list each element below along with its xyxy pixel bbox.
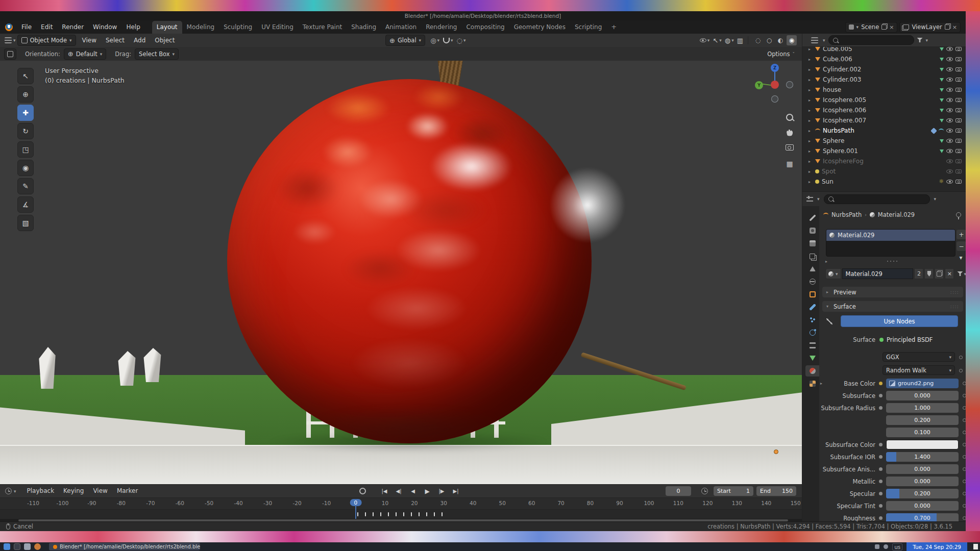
disable-in-render-icon[interactable] — [955, 180, 962, 184]
viewlayer-selector[interactable]: ViewLayer × — [899, 22, 961, 33]
taskbar-app-text-editor-icon[interactable] — [24, 543, 31, 550]
properties-tab-texture[interactable] — [805, 378, 819, 389]
properties-options-chevron-icon[interactable]: ▾ — [934, 196, 937, 202]
keyframe-tick[interactable] — [388, 512, 389, 516]
tool-scale-button[interactable]: ◳ — [17, 141, 34, 158]
keyframe-tick[interactable] — [426, 512, 427, 516]
surface-panel-header[interactable]: ▾ Surface :::: — [822, 301, 963, 312]
hide-in-viewport-icon[interactable] — [946, 149, 953, 153]
auto-keying-toggle[interactable] — [359, 488, 366, 494]
outliner-row-nurbspath[interactable]: ▸NurbsPath — [802, 126, 966, 136]
disable-in-render-icon[interactable] — [955, 118, 962, 122]
properties-tab-particles[interactable] — [805, 314, 819, 325]
disable-in-render-icon[interactable] — [955, 78, 962, 82]
outliner-row-icosphere-007[interactable]: ▸Icosphere.007 — [802, 115, 966, 126]
keyframe-tick[interactable] — [357, 512, 358, 516]
tool-transform-button[interactable]: ◉ — [17, 160, 34, 176]
timeline-menu-playback[interactable]: Playback — [22, 485, 59, 497]
outliner-row-cube-006[interactable]: ▸Cube.006 — [802, 54, 966, 64]
disclosure-triangle-icon[interactable]: ▸ — [808, 129, 813, 133]
distribution-dropdown[interactable]: GGX ▾ — [883, 352, 955, 362]
tool-select-box-button[interactable]: ↖ — [17, 68, 34, 84]
navigation-gizmo[interactable]: Z Y — [754, 64, 795, 105]
field-slider-value[interactable]: 0.100 — [886, 428, 959, 437]
timeline-menu-marker[interactable]: Marker — [112, 485, 142, 497]
snap-magnet-icon[interactable]: ▾ — [443, 38, 453, 43]
workspace-tab-texture-paint[interactable]: Texture Paint — [298, 21, 347, 34]
transform-orientation-dropdown[interactable]: ⊕ Global ▾ — [385, 35, 425, 46]
material-name-field[interactable]: Material.029 — [842, 268, 914, 279]
taskbar-app-files-icon[interactable] — [4, 543, 10, 550]
properties-tab-tool[interactable] — [805, 212, 819, 223]
3d-viewport[interactable]: User Perspective (0) creations | NurbsPa… — [0, 61, 802, 484]
panel-drag-dots[interactable]: :::: — [950, 289, 959, 295]
properties-editor-type-icon[interactable] — [806, 196, 813, 203]
workspace-tab-geometry-nodes[interactable]: Geometry Nodes — [509, 21, 570, 34]
decorator-dot[interactable] — [963, 516, 966, 520]
material-specials-button[interactable]: ▾ — [957, 271, 966, 277]
hide-in-viewport-icon[interactable] — [946, 108, 953, 112]
remove-viewlayer-icon[interactable]: × — [952, 24, 957, 31]
disable-in-render-icon[interactable] — [955, 159, 962, 163]
viewport-menu-select[interactable]: Select — [101, 34, 129, 47]
disable-in-render-icon[interactable] — [955, 149, 962, 153]
decorator-dot[interactable] — [963, 480, 966, 483]
field-slider-specular[interactable]: 0.200 — [886, 489, 959, 498]
menu-file[interactable]: File — [17, 21, 36, 34]
mode-dropdown[interactable]: Object Mode ▾ — [17, 35, 76, 46]
properties-tab-object[interactable] — [805, 289, 819, 300]
workspace-tab-compositing[interactable]: Compositing — [461, 21, 509, 34]
properties-search-input[interactable] — [824, 194, 930, 204]
pan-hand-icon[interactable] — [784, 127, 795, 138]
outliner-row-cylinder-002[interactable]: ▸Cylinder.002 — [802, 64, 966, 74]
scene-selector[interactable]: ▾ Scene × — [845, 22, 898, 33]
keyframe-tick[interactable] — [419, 512, 420, 516]
toggle-xray-icon[interactable]: ▥ — [737, 37, 743, 44]
disable-in-render-icon[interactable] — [955, 139, 962, 143]
taskbar-window-button[interactable]: Blender* [/home/amalie/Desktop/blender/r… — [49, 543, 200, 550]
disable-in-render-icon[interactable] — [955, 57, 962, 61]
users-count-button[interactable]: 2 — [914, 268, 923, 279]
keyframe-tick[interactable] — [434, 512, 435, 516]
disclosure-triangle-icon[interactable]: ▸ — [808, 169, 813, 174]
disclosure-triangle-icon[interactable]: ▸ — [808, 67, 813, 72]
decorator-dot[interactable] — [959, 369, 963, 372]
show-desktop-corner[interactable] — [973, 544, 978, 549]
decorator-dot[interactable] — [963, 492, 966, 495]
decorator-dot[interactable] — [963, 467, 966, 471]
disclosure-triangle-icon[interactable]: ▸ — [808, 118, 813, 123]
play-button[interactable]: ▶ — [421, 486, 434, 496]
outliner-row-icosphere-005[interactable]: ▸Icosphere.005 — [802, 95, 966, 105]
field-slider-subsurface[interactable]: 0.000 — [886, 391, 959, 400]
camera-view-icon[interactable] — [784, 142, 795, 153]
tool-add-cube-button[interactable]: ▧ — [17, 215, 34, 231]
tool-annotate-button[interactable]: ✎ — [17, 178, 34, 194]
disable-in-render-icon[interactable] — [955, 108, 962, 112]
workspace-tab-rendering[interactable]: Rendering — [421, 21, 461, 34]
decorator-dot[interactable] — [963, 418, 966, 422]
field-color-subsurface-color[interactable] — [886, 440, 959, 449]
hide-in-viewport-icon[interactable] — [946, 159, 953, 163]
hide-in-viewport-icon[interactable] — [946, 118, 953, 122]
timeline-track[interactable] — [0, 509, 802, 519]
disable-in-render-icon[interactable] — [955, 98, 962, 102]
decorator-dot[interactable] — [963, 455, 966, 459]
outliner-search-input[interactable] — [828, 35, 914, 45]
hide-in-viewport-icon[interactable] — [946, 57, 953, 61]
properties-tab-material[interactable] — [805, 365, 819, 377]
disclosure-triangle-icon[interactable]: ▸ — [808, 159, 813, 164]
field-slider-specular-tint[interactable]: 0.000 — [886, 501, 959, 511]
unlink-scene-icon[interactable]: × — [889, 24, 894, 31]
y-axis-ball[interactable]: Y — [755, 81, 763, 89]
list-resize-grip[interactable]: ▸ — [819, 258, 966, 265]
keyframe-tick[interactable] — [373, 512, 374, 516]
pin-icon[interactable] — [956, 212, 961, 217]
subsurface-method-dropdown[interactable]: Random Walk ▾ — [883, 365, 955, 375]
new-scene-icon[interactable] — [881, 24, 887, 30]
outliner-row-sphere-001[interactable]: ▸Sphere.001 — [802, 146, 966, 156]
field-slider-metallic[interactable]: 0.000 — [886, 477, 959, 486]
keyframe-tick[interactable] — [365, 512, 366, 516]
shading-wireframe-icon[interactable]: ◌ — [753, 35, 763, 45]
playhead-line[interactable] — [355, 505, 356, 519]
workspace-tab-modeling[interactable]: Modeling — [182, 21, 219, 34]
